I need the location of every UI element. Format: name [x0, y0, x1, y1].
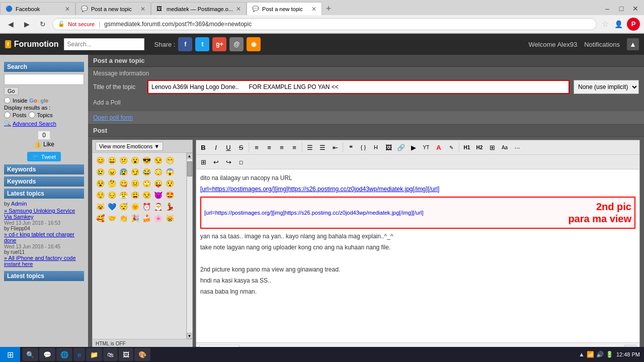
tray-wifi-icon[interactable]: 📶: [587, 351, 594, 358]
tab-postimage[interactable]: 🖼 mediatek — Postimage.o... ✕: [151, 2, 247, 15]
taskbar-chrome[interactable]: 🌐: [56, 348, 72, 361]
taskbar-cortana[interactable]: 💬: [39, 348, 55, 361]
font-size-button[interactable]: Aa: [499, 141, 511, 153]
emoticon-16[interactable]: 🤔: [106, 178, 117, 189]
taskbar-explorer[interactable]: 📁: [86, 348, 102, 361]
tab-active[interactable]: 💬 Post a new topic ✕: [247, 2, 322, 15]
emoticon-20[interactable]: 😜: [152, 178, 164, 189]
underline-button[interactable]: U: [222, 141, 234, 153]
emoticon-28[interactable]: 🤩: [164, 190, 175, 201]
pinterest-button[interactable]: P: [627, 18, 640, 31]
emoticon-15[interactable]: 😵: [95, 178, 106, 189]
emoticon-17[interactable]: 😋: [118, 178, 129, 189]
italic-button[interactable]: I: [210, 141, 222, 153]
address-field[interactable]: 🔓 Not secure | gsmmediatek.forumtl.com/p…: [52, 18, 597, 30]
list-ol-button[interactable]: ☰: [316, 141, 329, 153]
email-share-button[interactable]: @: [229, 37, 244, 51]
align-right-button[interactable]: ≡: [276, 141, 288, 153]
emoticon-18[interactable]: 😐: [129, 178, 140, 189]
open-poll-link[interactable]: Open poll form: [88, 111, 644, 124]
emoticon-40[interactable]: 🍰: [141, 213, 152, 224]
emoticon-39[interactable]: 🎉: [129, 213, 140, 224]
image-button[interactable]: 🖼: [382, 141, 394, 153]
tab-close-post-new[interactable]: ✕: [140, 6, 145, 13]
emoticon-14[interactable]: 😱: [164, 166, 175, 177]
facebook-share-button[interactable]: f: [178, 37, 192, 51]
outdent-button[interactable]: ⇤: [329, 141, 341, 153]
table-button[interactable]: ⊞: [486, 141, 498, 153]
align-left-button[interactable]: ≡: [251, 141, 263, 153]
tab-post-new[interactable]: 💬 Post a new topic ✕: [75, 2, 151, 15]
topic2-link[interactable]: » cd-r king tablet not charger done: [4, 231, 84, 243]
emoticon-34[interactable]: 🎅: [152, 201, 164, 212]
upload-button[interactable]: ▲: [627, 38, 639, 50]
emoticon-13[interactable]: 😳: [152, 166, 164, 177]
start-button[interactable]: ⊞: [0, 347, 20, 362]
user-icon[interactable]: 👤: [612, 18, 625, 31]
tweet-button[interactable]: 🐦 Tweet: [27, 152, 61, 161]
quote-button[interactable]: ❝: [345, 141, 357, 153]
emoticon-25[interactable]: 😩: [129, 190, 140, 201]
emoticon-26[interactable]: 😒: [141, 190, 152, 201]
emoticon-41[interactable]: 🌸: [152, 213, 164, 224]
sidebar-search-input[interactable]: [4, 74, 84, 85]
inside-radio[interactable]: [4, 97, 11, 104]
advanced-search-link[interactable]: 🔍 Advanced Search: [4, 120, 84, 127]
emoticon-42[interactable]: 😸: [164, 213, 175, 224]
editor-body[interactable]: dito na ilalagay un nacopy na URL [url=h…: [196, 169, 639, 342]
emoticon-31[interactable]: 😴: [118, 201, 129, 212]
emoticon-4[interactable]: 😮: [129, 155, 140, 166]
emoticon-9[interactable]: 😠: [106, 166, 117, 177]
emoticon-3[interactable]: 😕: [118, 155, 129, 166]
topics-radio[interactable]: [29, 112, 35, 118]
emoticon-30[interactable]: 💙: [106, 201, 117, 212]
twitter-share-button[interactable]: t: [195, 37, 209, 51]
emoticon-29[interactable]: 😺: [95, 201, 106, 212]
emoticon-19[interactable]: 🙄: [141, 178, 152, 189]
emoticon-23[interactable]: 😔: [106, 190, 117, 201]
topic1-link[interactable]: » Samsung Unloking Service Via Samkey: [4, 208, 84, 220]
table2-button[interactable]: ⊞: [197, 156, 209, 168]
prefix-select[interactable]: None (use implicit): [574, 80, 639, 94]
justify-button[interactable]: ≡: [288, 141, 300, 153]
refresh-button[interactable]: ↻: [36, 18, 49, 31]
link-button[interactable]: 🔗: [395, 141, 407, 153]
emoticon-36[interactable]: 🥰: [95, 213, 106, 224]
posts-radio[interactable]: [4, 112, 11, 118]
bold-button[interactable]: B: [197, 141, 209, 153]
code-button[interactable]: { }: [357, 141, 369, 153]
scroll-thumb[interactable]: [187, 161, 192, 176]
rss-share-button[interactable]: ◉: [247, 37, 261, 51]
search-go-button[interactable]: Go: [4, 87, 19, 95]
emoticon-8[interactable]: 😢: [95, 166, 106, 177]
emoticon-10[interactable]: 😰: [118, 166, 129, 177]
highlight-button[interactable]: ✎: [445, 141, 457, 153]
tab-close-postimage[interactable]: ✕: [236, 6, 241, 13]
maximize-window[interactable]: □: [615, 2, 628, 15]
tab-close-active[interactable]: ✕: [311, 6, 316, 13]
emoticon-37[interactable]: 🤝: [106, 213, 117, 224]
scroll-up-button[interactable]: ▲: [187, 153, 193, 159]
taskbar-edge[interactable]: e: [73, 348, 85, 361]
source-button[interactable]: ◻: [235, 156, 247, 168]
emoticon-11[interactable]: 😏: [129, 166, 140, 177]
emoticon-1[interactable]: 😊: [95, 155, 106, 166]
system-clock[interactable]: 12:48 PM: [616, 351, 640, 357]
tray-volume-icon[interactable]: 🔊: [596, 351, 604, 358]
topic3-link[interactable]: » All iPhone and factory code instant he…: [4, 255, 84, 267]
more-button[interactable]: ···: [511, 141, 523, 153]
emoticon-38[interactable]: 👏: [118, 213, 129, 224]
redo-button[interactable]: ↪: [222, 156, 234, 168]
youtube-button[interactable]: YT: [420, 141, 432, 153]
bookmark-button[interactable]: ☆: [602, 19, 609, 29]
emoticon-33[interactable]: ⏰: [141, 201, 152, 212]
media-button[interactable]: ▶: [408, 141, 420, 153]
googleplus-share-button[interactable]: g+: [212, 37, 226, 51]
color-button[interactable]: A: [433, 141, 445, 153]
new-tab-button[interactable]: +: [322, 2, 335, 15]
emoticon-21[interactable]: 😯: [164, 178, 175, 189]
emoticon-7[interactable]: 😁: [164, 155, 175, 166]
align-center-button[interactable]: ≡: [263, 141, 275, 153]
list-ul-button[interactable]: ☰: [304, 141, 316, 153]
taskbar-photos[interactable]: 🖼: [119, 348, 133, 361]
